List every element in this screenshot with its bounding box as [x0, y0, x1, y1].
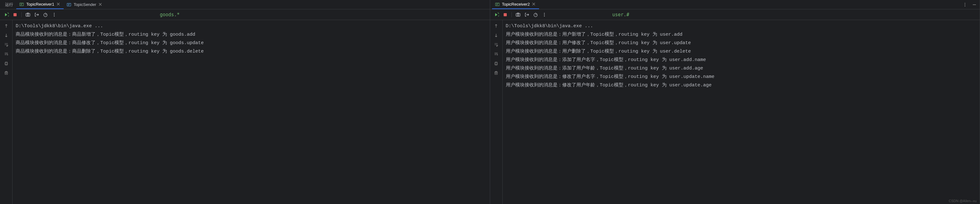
svg-point-7 — [54, 14, 54, 15]
minimize-button[interactable] — [972, 2, 977, 8]
tab-bar-right: TopicReceiver2 — [490, 0, 980, 9]
content-left: D:\Tools\jdkk8\bin\java.exe ... 商品模块接收到的… — [0, 20, 490, 204]
tab-topic-receiver2[interactable]: TopicReceiver2 — [492, 0, 539, 9]
gutter-right — [490, 20, 503, 204]
content-right: D:\Tools\jdkk8\bin\java.exe ... 用户模块接收到的… — [490, 20, 980, 204]
exit-button[interactable] — [33, 11, 40, 19]
close-icon[interactable] — [532, 3, 536, 6]
performance-button[interactable] — [532, 11, 539, 19]
svg-point-13 — [965, 5, 965, 5]
panel-left: 运行 TopicReceiver1 TopicSender goods.* — [0, 0, 490, 204]
svg-point-19 — [544, 13, 544, 13]
exit-button[interactable] — [523, 11, 531, 19]
svg-point-21 — [544, 16, 544, 16]
tab-bar-left: 运行 TopicReceiver1 TopicSender — [0, 0, 490, 9]
console-line: 用户模块接收到的消息是：用户修改了，Topic模型，routing key 为 … — [506, 39, 977, 47]
run-config-icon — [67, 3, 71, 7]
softwrap-button[interactable] — [3, 41, 10, 48]
run-config-icon — [19, 2, 24, 6]
print-button[interactable] — [493, 60, 500, 67]
svg-point-20 — [544, 14, 544, 15]
tab-label: TopicSender — [74, 2, 96, 7]
scroll-down-button[interactable] — [3, 32, 10, 39]
camera-button[interactable] — [24, 11, 32, 19]
close-icon[interactable] — [57, 3, 60, 6]
console-line: 用户模块接收到的消息是：添加了用户名字，Topic模型，routing key … — [506, 56, 977, 64]
watermark: CSDN @Allen--xu — [949, 199, 977, 203]
scroll-down-button[interactable] — [493, 32, 500, 39]
svg-rect-23 — [495, 72, 497, 74]
svg-rect-10 — [5, 72, 8, 74]
svg-rect-16 — [516, 13, 520, 16]
more-button[interactable] — [541, 11, 548, 19]
console-line: 商品模块接收到的消息是：商品删除了，Topic模型，routing key 为 … — [16, 47, 487, 56]
tab-label: TopicReceiver1 — [26, 2, 54, 6]
rerun-button[interactable] — [3, 11, 10, 19]
svg-point-4 — [27, 14, 29, 16]
svg-rect-2 — [13, 13, 17, 16]
toolbar-right — [490, 9, 980, 20]
stop-button[interactable] — [501, 11, 509, 19]
toolbar-left — [0, 9, 490, 20]
window-controls — [962, 1, 977, 8]
tab-topic-sender[interactable]: TopicSender — [64, 0, 106, 9]
svg-rect-3 — [26, 13, 30, 16]
svg-point-6 — [54, 13, 54, 13]
clear-button[interactable] — [493, 70, 500, 76]
console-line: 用户模块接收到的消息是：修改了用户名字，Topic模型，routing key … — [506, 73, 977, 81]
svg-rect-15 — [504, 13, 507, 16]
more-options-button[interactable] — [962, 2, 968, 8]
run-config-icon — [495, 2, 500, 6]
performance-button[interactable] — [42, 11, 49, 19]
separator — [511, 12, 512, 17]
tab-topic-receiver1[interactable]: TopicReceiver1 — [16, 0, 64, 9]
console-line: 用户模块接收到的消息是：用户删除了，Topic模型，routing key 为 … — [506, 47, 977, 56]
svg-point-12 — [965, 3, 965, 3]
console-line: 商品模块接收到的消息是：商品修改了，Topic模型，routing key 为 … — [16, 39, 487, 47]
stop-button[interactable] — [11, 11, 19, 19]
softwrap-button[interactable] — [493, 41, 500, 48]
scroll-to-end-button[interactable] — [493, 51, 500, 58]
scroll-up-button[interactable] — [493, 22, 500, 29]
console-line: 用户模块接收到的消息是：修改了用户年龄，Topic模型，routing key … — [506, 81, 977, 90]
svg-point-8 — [54, 16, 54, 16]
console-command: D:\Tools\jdkk8\bin\java.exe ... — [16, 22, 487, 30]
svg-point-14 — [965, 6, 965, 6]
console-line: 用户模块接收到的消息是：添加了用户年龄，Topic模型，routing key … — [506, 64, 977, 73]
console-right[interactable]: D:\Tools\jdkk8\bin\java.exe ... 用户模块接收到的… — [503, 20, 980, 204]
scroll-to-end-button[interactable] — [3, 51, 10, 58]
more-button[interactable] — [51, 11, 58, 19]
clear-button[interactable] — [3, 70, 10, 76]
svg-rect-9 — [5, 63, 8, 65]
camera-button[interactable] — [514, 11, 522, 19]
scroll-up-button[interactable] — [3, 22, 10, 29]
console-line: 用户模块接收到的消息是：用户新增了，Topic模型，routing key 为 … — [506, 30, 977, 39]
panel-right: TopicReceiver2 user.# — [490, 0, 980, 204]
svg-rect-22 — [495, 63, 497, 65]
console-line: 商品模块接收到的消息是：商品新增了，Topic模型，routing key 为 … — [16, 30, 487, 39]
console-left[interactable]: D:\Tools\jdkk8\bin\java.exe ... 商品模块接收到的… — [13, 20, 490, 204]
tab-label: TopicReceiver2 — [502, 2, 530, 6]
rerun-button[interactable] — [493, 11, 500, 19]
svg-point-17 — [517, 14, 519, 16]
gutter-left — [0, 20, 13, 204]
run-label: 运行 — [2, 2, 16, 8]
print-button[interactable] — [3, 60, 10, 67]
separator — [21, 12, 22, 17]
close-icon[interactable] — [99, 3, 102, 6]
console-command: D:\Tools\jdkk8\bin\java.exe ... — [506, 22, 977, 30]
